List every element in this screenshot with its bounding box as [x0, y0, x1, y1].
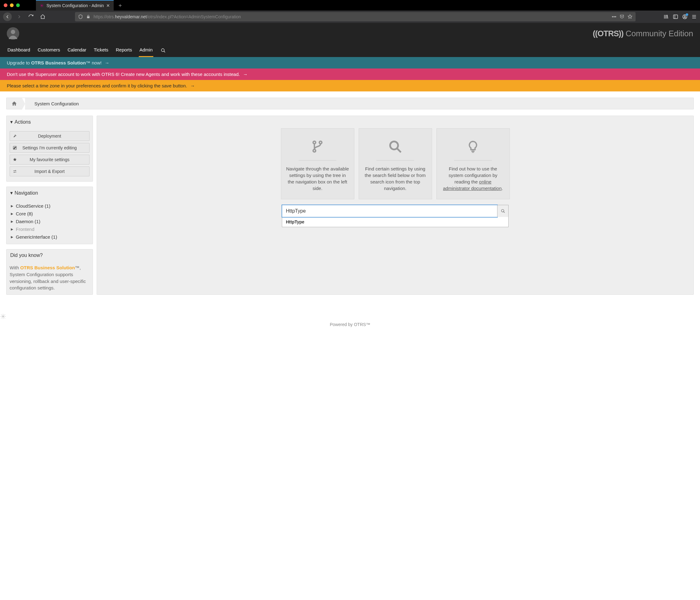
back-button[interactable] — [3, 13, 12, 21]
dyk-body: With OTRS Business Solution™, System Con… — [6, 261, 93, 294]
navigation-panel: ▾ Navigation ▶CloudService (1) ▶Core (8)… — [6, 187, 93, 244]
new-tab-button[interactable]: ＋ — [114, 2, 127, 9]
caret-down-icon: ▾ — [10, 119, 13, 125]
notice-timezone[interactable]: Please select a time zone in your prefer… — [0, 80, 700, 91]
tree-item-daemon[interactable]: ▶Daemon (1) — [9, 218, 90, 225]
tree-item-cloudservice[interactable]: ▶CloudService (1) — [9, 202, 90, 210]
brand-edition: Community Edition — [626, 29, 693, 38]
library-icon[interactable] — [664, 14, 669, 20]
menu-button[interactable] — [691, 14, 697, 20]
notice-text: Please select a time zone in your prefer… — [7, 83, 188, 88]
url-text: https://otrs.heyvaldemar.net/otrs/index.… — [94, 14, 241, 19]
caret-right-icon: ▶ — [11, 220, 13, 223]
sidebar-icon[interactable] — [673, 14, 678, 20]
page-actions-button[interactable]: ••• — [612, 14, 616, 19]
maximize-window-button[interactable] — [16, 3, 20, 7]
close-tab-button[interactable]: ✕ — [106, 3, 110, 8]
search-suggestion[interactable]: HttpType — [282, 217, 508, 227]
close-window-button[interactable] — [4, 3, 7, 7]
browser-chrome: System Configuration - Admin ✕ ＋ https:/… — [0, 0, 700, 23]
card-search: Find certain settings by using the searc… — [359, 128, 432, 199]
nav-admin[interactable]: Admin — [139, 44, 153, 57]
breadcrumb-title: System Configuration — [28, 101, 79, 106]
forward-button[interactable] — [15, 13, 24, 21]
caret-right-icon: ▶ — [11, 235, 13, 239]
tree-item-genericinterface[interactable]: ▶GenericInterface (1) — [9, 233, 90, 241]
action-editing[interactable]: Settings I'm currently editing — [9, 143, 90, 153]
notice-text: Upgrade to — [7, 60, 31, 65]
svg-point-19 — [319, 141, 322, 144]
action-deployment[interactable]: Deployment — [9, 131, 90, 141]
left-column: ▾ Actions Deployment Settings I'm curren… — [6, 116, 93, 295]
brand-logo: ((OTRS)) — [593, 29, 624, 38]
address-field[interactable]: https://otrs.heyvaldemar.net/otrs/index.… — [75, 12, 635, 21]
tab-favicon — [40, 3, 44, 8]
tab-bar: System Configuration - Admin ✕ ＋ — [0, 0, 700, 10]
bookmark-star-icon[interactable] — [627, 14, 632, 19]
nav-tickets[interactable]: Tickets — [93, 44, 109, 57]
nav-search-icon[interactable] — [161, 48, 166, 53]
user-avatar[interactable] — [7, 27, 19, 40]
actions-panel: ▾ Actions Deployment Settings I'm curren… — [6, 116, 93, 182]
account-icon[interactable] — [682, 14, 688, 20]
pocket-icon[interactable] — [620, 14, 624, 19]
rocket-icon — [10, 134, 20, 138]
tracking-protection-icon[interactable] — [78, 14, 83, 19]
window-controls — [0, 3, 24, 7]
swap-icon — [10, 169, 20, 173]
brand: ((OTRS)) Community Edition — [593, 29, 693, 39]
svg-point-23 — [501, 210, 504, 212]
arrow-right-icon: → — [190, 83, 195, 88]
main-nav: Dashboard Customers Calendar Tickets Rep… — [0, 44, 700, 57]
tab-title: System Configuration - Admin — [47, 3, 104, 8]
footer-logo-icon — [0, 313, 700, 319]
svg-point-20 — [313, 149, 316, 152]
caret-right-icon: ▶ — [11, 212, 13, 215]
footer: Powered by OTRS™ — [0, 301, 700, 339]
config-search-button[interactable] — [497, 205, 508, 217]
action-favourites[interactable]: My favourite settings — [9, 155, 90, 165]
card-navigation-tree: Navigate through the available settings … — [281, 128, 354, 199]
svg-line-24 — [503, 212, 504, 213]
actions-panel-header[interactable]: ▾ Actions — [6, 116, 93, 128]
caret-right-icon: ▶ — [11, 204, 13, 208]
lock-icon[interactable] — [86, 15, 91, 19]
minimize-window-button[interactable] — [10, 3, 14, 7]
url-bar: https://otrs.heyvaldemar.net/otrs/index.… — [0, 10, 700, 23]
notice-upgrade[interactable]: Upgrade to OTRS Business Solution™ now! … — [0, 57, 700, 69]
tree-item-core[interactable]: ▶Core (8) — [9, 210, 90, 218]
action-import-export[interactable]: Import & Export — [9, 166, 90, 176]
star-icon — [10, 158, 20, 162]
arrow-right-icon: → — [105, 60, 109, 65]
breadcrumb-home[interactable] — [6, 98, 22, 109]
reload-button[interactable] — [27, 13, 35, 21]
footer-text: Powered by OTRS™ — [0, 322, 700, 327]
search-icon — [364, 138, 427, 155]
nav-reports[interactable]: Reports — [115, 44, 133, 57]
svg-point-18 — [313, 141, 316, 144]
page-body: System Configuration ▾ Actions Deploymen… — [0, 91, 700, 301]
arrow-right-icon: → — [243, 72, 248, 77]
notice-text: Don't use the Superuser account to work … — [7, 72, 241, 77]
main-area: Navigate through the available settings … — [97, 116, 694, 295]
branch-icon — [286, 138, 349, 155]
did-you-know-panel: Did you know? With OTRS Business Solutio… — [6, 249, 93, 295]
caret-down-icon: ▾ — [10, 190, 13, 196]
notice-superuser[interactable]: Don't use the Superuser account to work … — [0, 69, 700, 80]
caret-right-icon: ▶ — [11, 227, 13, 231]
dyk-header: Did you know? — [6, 249, 93, 261]
nav-calendar[interactable]: Calendar — [67, 44, 87, 57]
svg-point-14 — [11, 30, 15, 34]
home-button[interactable] — [39, 13, 47, 21]
nav-customers[interactable]: Customers — [37, 44, 61, 57]
config-search-input[interactable] — [282, 205, 497, 217]
navigation-panel-header[interactable]: ▾ Navigation — [6, 187, 93, 199]
breadcrumb: System Configuration — [6, 98, 694, 110]
svg-point-15 — [161, 49, 164, 51]
nav-dashboard[interactable]: Dashboard — [7, 44, 31, 57]
card-help: Find out how to use the system configura… — [436, 128, 510, 199]
tree-item-frontend[interactable]: ▶Frontend — [9, 225, 90, 233]
svg-point-9 — [684, 16, 686, 17]
browser-tab[interactable]: System Configuration - Admin ✕ — [36, 0, 114, 10]
svg-point-21 — [390, 142, 398, 150]
